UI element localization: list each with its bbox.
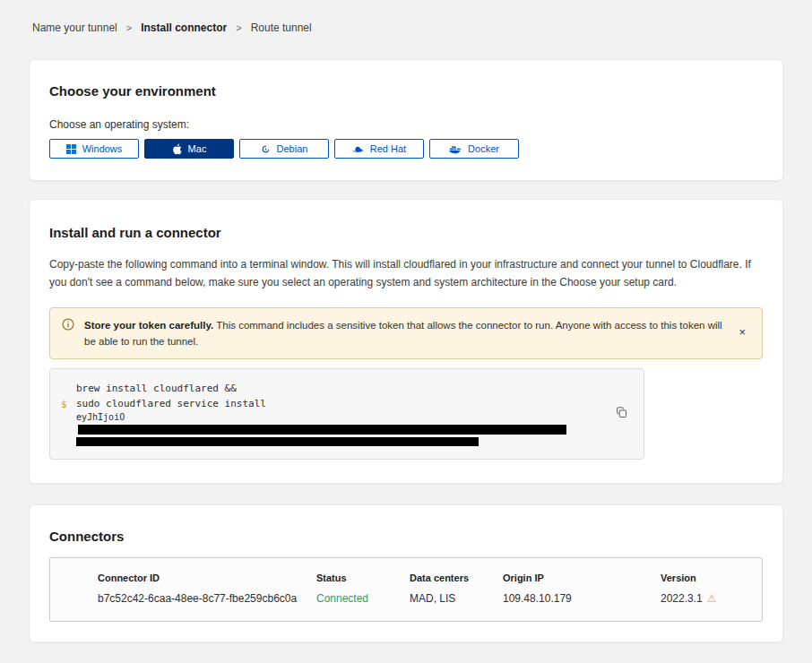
os-select-label: Choose an operating system: <box>49 118 763 131</box>
token-warning-bold: Store your token carefully. <box>84 320 213 331</box>
os-button-group: Windows Mac Debian Red Hat <box>49 139 763 159</box>
environment-card-title: Choose your environment <box>49 83 763 99</box>
info-icon <box>62 318 74 333</box>
copy-icon <box>616 408 627 421</box>
install-command-line-1: brew install cloudflared && <box>76 381 604 396</box>
os-button-label: Debian <box>277 143 308 154</box>
token-prefix: eyJhIjoiO <box>76 412 125 422</box>
breadcrumb-item-route-tunnel[interactable]: Route tunnel <box>251 22 312 34</box>
docker-icon <box>449 144 462 154</box>
os-button-debian[interactable]: Debian <box>239 139 329 159</box>
connector-version-value: 2022.3.1 <box>661 592 703 605</box>
install-card-title: Install and run a connector <box>49 225 763 240</box>
token-warning-text: Store your token carefully. This command… <box>84 317 725 350</box>
terminal-prompt: $ <box>61 399 67 410</box>
version-warning-icon: ⚠ <box>707 592 717 605</box>
token-line <box>76 435 604 446</box>
connectors-card: Connectors Connector ID Status Data cent… <box>29 504 783 642</box>
windows-icon <box>66 144 76 154</box>
redacted-token-bar <box>76 437 479 446</box>
redacted-token-bar <box>78 425 566 435</box>
breadcrumb-separator-icon: > <box>236 22 241 33</box>
column-header-data-centers: Data centers <box>410 573 503 583</box>
column-header-version: Version <box>661 573 747 583</box>
connector-id-value: b7c52c42-6caa-48ee-8c77-fbe259cb6c0a <box>98 592 316 605</box>
apple-icon <box>172 143 182 155</box>
connector-status-badge: Connected <box>316 592 410 605</box>
token-warning-banner: Store your token carefully. This command… <box>49 307 763 360</box>
connector-origin-ip-value: 109.48.10.179 <box>503 592 661 605</box>
os-button-docker[interactable]: Docker <box>429 139 519 159</box>
breadcrumb-separator-icon: > <box>126 22 132 33</box>
install-card: Install and run a connector Copy-paste t… <box>29 199 783 484</box>
environment-card: Choose your environment Choose an operat… <box>29 59 783 181</box>
connector-table-row: b7c52c42-6caa-48ee-8c77-fbe259cb6c0a Con… <box>98 592 747 605</box>
connectors-table-header: Connector ID Status Data centers Origin … <box>98 573 747 592</box>
redhat-icon <box>352 144 364 154</box>
column-header-origin-ip: Origin IP <box>503 573 661 583</box>
os-button-label: Mac <box>188 143 207 154</box>
connector-version-cell: 2022.3.1 ⚠ <box>661 592 747 605</box>
install-command-block: $ brew install cloudflared && sudo cloud… <box>49 368 644 460</box>
os-button-windows[interactable]: Windows <box>49 139 139 159</box>
breadcrumb-item-install-connector[interactable]: Install connector <box>141 22 227 34</box>
connectors-card-title: Connectors <box>49 529 763 544</box>
connectors-table: Connector ID Status Data centers Origin … <box>49 557 763 622</box>
breadcrumb-item-name-your-tunnel[interactable]: Name your tunnel <box>32 22 117 34</box>
os-button-label: Red Hat <box>370 143 406 154</box>
close-warning-button[interactable]: × <box>735 324 749 340</box>
copy-command-button[interactable] <box>614 405 629 423</box>
page: Name your tunnel > Install connector > R… <box>0 0 812 663</box>
install-command-line-2: sudo cloudflared service install <box>76 396 604 411</box>
token-line: eyJhIjoiO <box>76 411 604 435</box>
os-button-mac[interactable]: Mac <box>144 139 234 159</box>
debian-icon <box>261 144 271 154</box>
column-header-status: Status <box>316 573 410 583</box>
os-button-redhat[interactable]: Red Hat <box>334 139 424 159</box>
os-button-label: Docker <box>468 143 499 154</box>
breadcrumb: Name your tunnel > Install connector > R… <box>0 0 812 34</box>
os-button-label: Windows <box>82 143 123 154</box>
connector-data-centers-value: MAD, LIS <box>410 592 503 605</box>
column-header-connector-id: Connector ID <box>98 573 316 583</box>
install-description: Copy-paste the following command into a … <box>49 256 763 292</box>
